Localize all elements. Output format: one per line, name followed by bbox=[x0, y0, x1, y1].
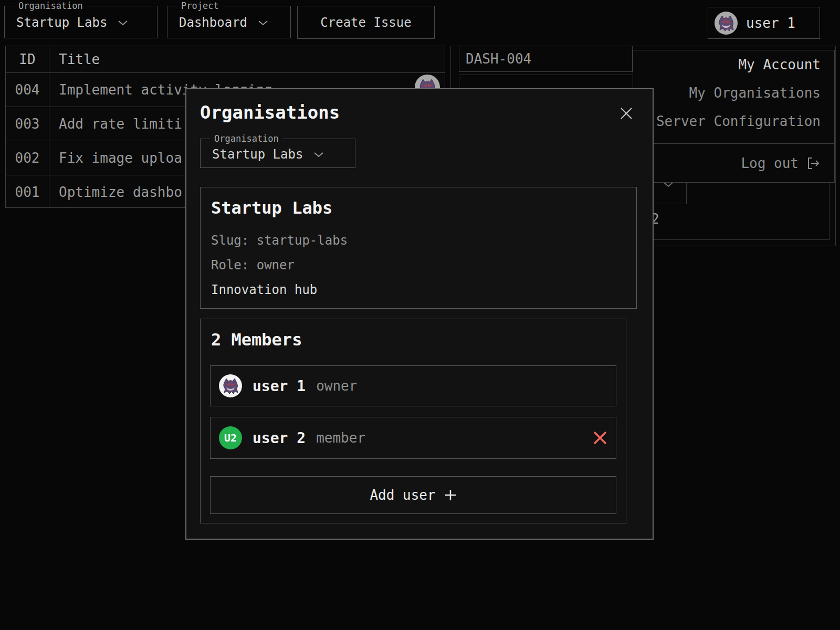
modal-organisation-select-label: Organisation bbox=[210, 133, 283, 144]
logout-label: Log out bbox=[741, 155, 799, 171]
remove-member-button[interactable] bbox=[593, 430, 607, 445]
issue-id: 001 bbox=[6, 175, 49, 209]
menu-item-my-organisations[interactable]: My Organisations bbox=[633, 79, 834, 107]
modal-title: Organisations bbox=[200, 102, 340, 123]
members-heading: 2 Members bbox=[211, 330, 302, 350]
organisation-name: Startup Labs bbox=[211, 198, 332, 218]
add-user-label: Add user bbox=[370, 487, 435, 503]
issue-key-box: DASH-004 bbox=[459, 46, 633, 72]
project-select-label: Project bbox=[177, 1, 223, 11]
gengar-avatar-icon bbox=[716, 13, 737, 34]
member-role: owner bbox=[316, 378, 357, 394]
issue-id: 003 bbox=[6, 107, 49, 141]
issues-table-header: ID Title bbox=[6, 46, 445, 72]
avatar bbox=[219, 374, 242, 397]
member-row: user 1 owner bbox=[210, 365, 616, 406]
user-dropdown-menu: My Account My Organisations Server Confi… bbox=[633, 50, 835, 183]
app-root: Organisation Startup Labs Project Dashbo… bbox=[0, 0, 840, 630]
remove-x-icon bbox=[593, 430, 607, 445]
member-name: user 1 bbox=[253, 377, 306, 395]
add-user-button[interactable]: Add user bbox=[210, 476, 616, 514]
members-section: 2 Members user 1 owner U2 user 2 member bbox=[200, 319, 626, 523]
member-initials-avatar: U2 bbox=[219, 426, 242, 449]
organisation-role: Role: owner bbox=[211, 257, 295, 273]
chevron-down-icon bbox=[118, 20, 128, 26]
user-menu-button[interactable]: user 1 bbox=[708, 7, 820, 39]
logout-icon bbox=[806, 156, 821, 170]
member-row: U2 user 2 member bbox=[210, 417, 616, 459]
modal-organisation-select[interactable]: Organisation Startup Labs bbox=[200, 133, 355, 168]
column-header-id: ID bbox=[6, 46, 49, 72]
menu-item-log-out[interactable]: Log out bbox=[633, 144, 834, 182]
create-issue-button[interactable]: Create Issue bbox=[297, 6, 435, 39]
gengar-avatar-icon bbox=[220, 375, 241, 396]
issue-id: 002 bbox=[6, 141, 49, 175]
organisation-description: Innovation hub bbox=[211, 282, 317, 298]
organisation-select-value: Startup Labs bbox=[16, 15, 107, 30]
chevron-down-icon bbox=[258, 20, 268, 26]
chevron-down-icon bbox=[313, 152, 324, 158]
plus-icon bbox=[444, 489, 457, 501]
organisation-slug: Slug: startup-labs bbox=[211, 233, 348, 248]
issue-id: 004 bbox=[6, 73, 49, 107]
user-chip-name: user 1 bbox=[746, 15, 795, 31]
close-icon[interactable] bbox=[619, 106, 634, 121]
organisation-select-label: Organisation bbox=[14, 1, 87, 11]
modal-organisation-select-value: Startup Labs bbox=[212, 147, 303, 162]
avatar bbox=[715, 12, 738, 35]
project-select[interactable]: Project Dashboard bbox=[167, 1, 291, 38]
menu-item-server-configuration[interactable]: Server Configuration bbox=[633, 107, 834, 135]
issue-key: DASH-004 bbox=[466, 51, 531, 67]
organisations-modal: Organisations Organisation Startup Labs … bbox=[185, 88, 654, 540]
organisation-select[interactable]: Organisation Startup Labs bbox=[4, 1, 158, 38]
member-role: member bbox=[316, 430, 365, 446]
project-select-value: Dashboard bbox=[179, 15, 247, 30]
member-name: user 2 bbox=[253, 429, 306, 447]
column-header-title: Title bbox=[49, 46, 445, 72]
menu-item-my-account[interactable]: My Account bbox=[633, 50, 834, 79]
organisation-card: Startup Labs Slug: startup-labs Role: ow… bbox=[200, 187, 637, 309]
